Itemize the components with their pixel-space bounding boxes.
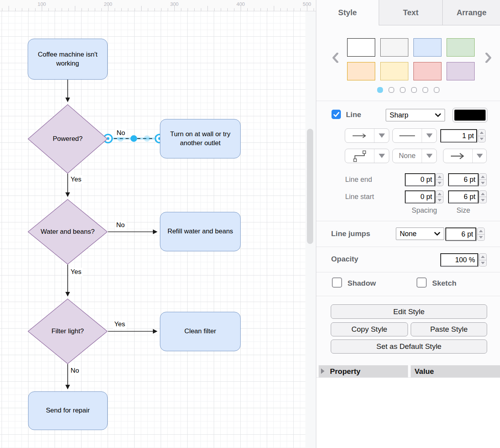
line-pattern-dropdown[interactable] <box>422 129 436 142</box>
line-style-select[interactable]: Sharp <box>386 109 445 121</box>
set-default-style-button[interactable]: Set as Default Style <box>331 340 487 354</box>
node-refill[interactable]: Refill water and beans <box>160 212 241 251</box>
node-clean-filter[interactable]: Clean filter <box>160 312 241 351</box>
vertical-scrollbar[interactable] <box>307 129 313 244</box>
node-turn-on[interactable]: Turn on at wall or try another outlet <box>160 119 241 158</box>
spinner-down-icon[interactable] <box>436 180 443 186</box>
ruler-tick <box>28 8 29 11</box>
line-jumps-label: Line jumps <box>331 229 370 238</box>
edge-label-filter-yes[interactable]: Yes <box>113 320 126 329</box>
spinner-up-icon[interactable] <box>479 173 487 180</box>
ruler-tick <box>161 8 161 11</box>
arrowhead-dropdown[interactable] <box>473 149 486 163</box>
edge-label-water-yes[interactable]: Yes <box>69 268 83 276</box>
edge-powered-no-selected[interactable] <box>104 135 164 143</box>
ruler-tick <box>15 8 16 11</box>
node-powered[interactable]: Powered? <box>28 104 108 174</box>
edge-label-filter-no[interactable]: No <box>69 366 80 375</box>
chevron-left-icon[interactable] <box>330 51 340 65</box>
value-column-header[interactable]: Value <box>411 365 500 377</box>
dropdown-arrow-icon <box>426 133 433 138</box>
connector-style-dropdown[interactable] <box>422 149 436 163</box>
spinner-down-icon[interactable] <box>479 180 487 186</box>
edge-label-water-no[interactable]: No <box>115 221 126 229</box>
connection-dropdown[interactable] <box>374 129 389 142</box>
pager-dot[interactable] <box>411 87 417 93</box>
spinner-up-icon[interactable] <box>477 228 485 235</box>
tab-style[interactable]: Style <box>316 0 379 25</box>
style-swatch[interactable] <box>413 62 441 80</box>
spinner-down-icon[interactable] <box>479 197 487 203</box>
node-start[interactable]: Coffee machine isn't working <box>28 39 108 80</box>
waypoints-button[interactable] <box>345 149 374 163</box>
waypoints-dropdown[interactable] <box>374 149 389 163</box>
style-swatch[interactable] <box>447 62 475 80</box>
style-swatch[interactable] <box>347 62 375 80</box>
line-start-label: Line start <box>345 193 374 201</box>
line-jumps-value: None <box>400 230 417 238</box>
line-width-input[interactable]: 1 pt <box>440 129 477 142</box>
property-grid-body <box>316 377 500 448</box>
ruler-tick <box>95 8 95 11</box>
edge-label-powered-no[interactable]: No <box>115 129 126 137</box>
style-swatch[interactable] <box>447 38 475 57</box>
spinner-up-icon[interactable] <box>479 253 487 260</box>
style-swatch[interactable] <box>347 38 375 57</box>
node-send-repair[interactable]: Send for repair <box>28 391 108 430</box>
line-jumps-size-input[interactable]: 6 pt <box>445 228 476 241</box>
connector-style-button[interactable]: None <box>393 149 422 163</box>
line-start-size-input[interactable]: 6 pt <box>448 190 479 203</box>
style-swatch[interactable] <box>413 38 441 57</box>
style-swatch[interactable] <box>380 38 408 57</box>
arrowhead-button[interactable] <box>443 149 473 163</box>
line-checkbox[interactable] <box>332 110 341 119</box>
style-swatch[interactable] <box>380 62 408 80</box>
edge-virtual-waypoint[interactable] <box>144 135 150 142</box>
node-water-beans[interactable]: Water and beans? <box>28 199 108 265</box>
spinner-down-icon[interactable] <box>479 260 487 267</box>
line-section-label: Line <box>346 110 361 119</box>
ruler-tick <box>101 8 102 11</box>
line-jumps-select[interactable]: None <box>396 228 444 240</box>
spinner-down-icon[interactable] <box>477 235 485 241</box>
line-end-spacing-stepper <box>436 173 443 186</box>
line-end-spacing-input[interactable]: 0 pt <box>405 173 435 186</box>
pager-dot[interactable] <box>388 87 394 93</box>
spinner-up-icon[interactable] <box>479 190 487 197</box>
pager-dot[interactable] <box>422 87 428 93</box>
spinner-down-icon[interactable] <box>436 197 443 203</box>
tab-text[interactable]: Text <box>379 0 442 25</box>
ruler-tick <box>287 8 287 11</box>
spinner-up-icon[interactable] <box>436 190 443 197</box>
pager-dot[interactable] <box>400 87 406 93</box>
property-column-header[interactable]: Property <box>319 365 408 377</box>
expander-icon[interactable] <box>321 368 324 374</box>
ruler-tick <box>227 8 228 11</box>
node-powered-label: Powered? <box>28 104 108 174</box>
line-pattern-button[interactable] <box>393 129 422 142</box>
ruler-tick <box>2 8 2 11</box>
connection-button[interactable] <box>345 129 374 142</box>
flowchart-canvas[interactable]: 100200300400500 <box>0 0 316 448</box>
line-start-spacing-input[interactable]: 0 pt <box>405 190 435 203</box>
spinner-down-icon[interactable] <box>478 136 486 143</box>
opacity-input[interactable]: 100 % <box>440 253 478 267</box>
chevron-right-icon[interactable] <box>483 51 493 65</box>
node-filter-light[interactable]: Filter light? <box>28 299 108 364</box>
pager-dot[interactable] <box>434 87 440 93</box>
line-end-size-input[interactable]: 6 pt <box>448 173 479 186</box>
spinner-up-icon[interactable] <box>436 173 443 180</box>
edge-label-powered-yes[interactable]: Yes <box>69 175 83 184</box>
tab-arrange[interactable]: Arrange <box>442 0 500 25</box>
pager-dot[interactable] <box>377 87 383 93</box>
shadow-checkbox[interactable] <box>332 277 342 288</box>
sketch-checkbox[interactable] <box>417 277 427 288</box>
paste-style-button[interactable]: Paste Style <box>411 322 487 336</box>
spinner-up-icon[interactable] <box>478 129 486 136</box>
edit-style-button[interactable]: Edit Style <box>331 304 487 319</box>
diagram-grid[interactable]: Coffee machine isn't working Powered? Tu… <box>0 11 305 448</box>
edge-midpoint-handle[interactable] <box>131 135 137 142</box>
copy-style-button[interactable]: Copy Style <box>331 322 408 336</box>
line-color-button[interactable] <box>452 108 488 123</box>
ruler-label: 100 <box>37 1 46 7</box>
